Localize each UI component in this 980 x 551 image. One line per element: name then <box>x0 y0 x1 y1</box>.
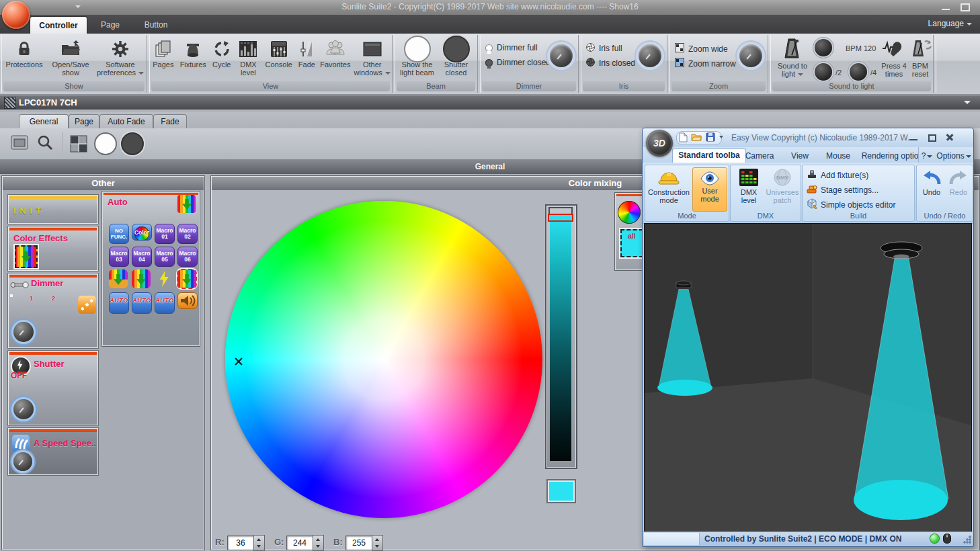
zoom-knob[interactable] <box>739 44 762 67</box>
tab-auto-fade[interactable]: Auto Fade <box>99 114 153 128</box>
minimize-button[interactable] <box>940 3 952 11</box>
zoom-search-button[interactable] <box>36 134 54 155</box>
r-stepper[interactable] <box>253 535 265 551</box>
qat-overflow-arrow[interactable] <box>719 136 723 138</box>
b-stepper[interactable] <box>372 535 383 551</box>
app-logo-orb[interactable] <box>2 1 30 29</box>
auto-auto3-button[interactable]: AUTO <box>155 292 175 314</box>
init-button[interactable]: I N I T <box>7 194 99 224</box>
shutter-section[interactable]: Shutter OFF <box>7 350 99 426</box>
color-wheel-cursor[interactable] <box>235 357 243 366</box>
auto-auto2-button[interactable]: AUTO <box>132 292 152 314</box>
software-preferences-button[interactable]: Software preferences <box>94 36 147 77</box>
auto-macro06-button[interactable]: Macro 06 <box>177 247 198 267</box>
beam-open-toggle[interactable] <box>94 132 117 155</box>
resize-grip[interactable] <box>963 536 971 544</box>
easy-view-minimize-button[interactable] <box>907 132 920 142</box>
zoom-narrow-button[interactable]: Zoom narrow <box>675 58 736 69</box>
easy-view-close-button[interactable] <box>943 132 956 142</box>
auto-macro01-button[interactable]: Macro 01 <box>155 224 175 244</box>
auto-macro05-button[interactable]: Macro 05 <box>155 247 175 267</box>
brightness-slider[interactable] <box>545 204 577 469</box>
new-document-icon[interactable] <box>679 132 688 145</box>
auto-macro02-button[interactable]: Macro 02 <box>177 224 198 244</box>
b-value-input[interactable]: 255 <box>345 536 372 550</box>
show-light-beam-button[interactable]: Show the light beam <box>397 36 438 77</box>
dimmer-section-knob[interactable] <box>13 322 34 342</box>
auto-macro03-button[interactable]: Macro 03 <box>109 247 129 267</box>
dmx-level-button[interactable]: DMX level <box>235 36 263 77</box>
shutter-closed-button[interactable]: Shutter closed <box>438 36 475 77</box>
tab-general[interactable]: General <box>19 114 69 128</box>
sound-to-light-button[interactable]: Sound to light <box>772 62 813 78</box>
slider-thumb[interactable] <box>548 214 573 222</box>
color-effects-icon[interactable] <box>15 245 38 268</box>
dimmer-preset-curve[interactable] <box>78 296 96 314</box>
simple-objects-editor-button[interactable]: Simple objects editor <box>807 198 895 211</box>
other-windows-button[interactable]: Other windows <box>352 36 392 77</box>
console-button[interactable]: Console <box>262 36 295 77</box>
auto-fade-rainbow-button[interactable] <box>109 269 128 288</box>
restore-button[interactable] <box>958 3 971 11</box>
device-window-bar[interactable]: LPC017N 7CH <box>0 95 980 110</box>
tab-fade[interactable]: Fade <box>153 114 187 128</box>
tab-controller[interactable]: Controller <box>30 16 87 34</box>
dimmer-section[interactable]: Dimmer 1 2 <box>7 273 99 349</box>
add-fixtures-button[interactable]: Add fixture(s) <box>807 169 868 181</box>
g-stepper[interactable] <box>313 535 324 551</box>
open-folder-icon[interactable] <box>691 132 702 144</box>
speed-knob[interactable] <box>13 452 32 471</box>
auto-color-button[interactable]: Color <box>132 224 152 241</box>
color-wheel[interactable] <box>225 201 542 518</box>
language-menu[interactable]: Language <box>928 19 972 28</box>
iris-closed-button[interactable]: Iris closed <box>586 58 635 69</box>
zoom-wide-button[interactable]: Zoom wide <box>675 43 728 54</box>
window-view-button[interactable] <box>11 135 28 153</box>
auto-no-func-button[interactable]: NO FUNC. <box>109 224 129 244</box>
mouse-status-icon[interactable] <box>942 533 952 547</box>
bpm-button[interactable] <box>815 39 832 56</box>
user-mode-button[interactable]: User mode <box>692 167 727 212</box>
tab-page[interactable]: Page <box>91 16 129 34</box>
ev-tab-options[interactable]: Options <box>936 150 972 163</box>
palette-all-swatch[interactable]: all <box>620 229 643 257</box>
bpm-div2-button[interactable] <box>815 63 832 81</box>
stage-settings-button[interactable]: Stage settings... <box>807 183 879 196</box>
ev-tab-rendering-options[interactable]: Rendering optio <box>860 150 920 163</box>
ev-dmx-level-button[interactable]: DMX level <box>733 168 764 204</box>
collapse-arrow-icon[interactable] <box>964 101 971 104</box>
ev-tab-view[interactable]: View <box>785 150 815 163</box>
ev-tab-mouse[interactable]: Mouse <box>820 150 856 163</box>
beam-closed-toggle[interactable] <box>121 132 144 155</box>
fixtures-button[interactable]: Fixtures <box>177 36 209 77</box>
quick-access-arrow-icon[interactable] <box>75 5 81 8</box>
tab-button[interactable]: Button <box>134 16 177 34</box>
easy-view-restore-button[interactable] <box>925 132 938 142</box>
fade-button[interactable]: Fade <box>295 36 318 77</box>
favorites-button[interactable]: Favorites <box>318 36 352 77</box>
auto-rainbow-selected-button[interactable] <box>177 269 196 288</box>
open-save-show-button[interactable]: Open/Save show <box>47 36 94 77</box>
auto-macro04-button[interactable]: Macro 04 <box>132 247 152 267</box>
undo-button[interactable]: Undo <box>918 169 945 196</box>
auto-rainbow-icon[interactable] <box>177 195 196 213</box>
iris-full-button[interactable]: Iris full <box>586 43 622 54</box>
auto-rainbow2-button[interactable] <box>132 269 151 288</box>
dimmer-knob[interactable] <box>550 44 573 67</box>
auto-auto1-button[interactable]: AUTO <box>109 292 129 314</box>
auto-sound-button[interactable] <box>177 292 198 309</box>
ev-tab-help[interactable]: ? <box>920 150 934 163</box>
g-value-input[interactable]: 244 <box>286 536 313 550</box>
dimmer-full-button[interactable]: Dimmer full <box>485 43 538 52</box>
dimmer-closed-button[interactable]: Dimmer closed <box>485 58 550 67</box>
save-icon[interactable] <box>706 132 715 144</box>
stage-3d-viewport[interactable] <box>644 223 972 534</box>
slider-track[interactable] <box>550 215 571 461</box>
redo-button[interactable]: Redo <box>946 169 971 196</box>
bpm-div4-button[interactable] <box>850 63 867 81</box>
construction-mode-button[interactable]: Construction mode <box>648 168 690 204</box>
shutter-section-knob[interactable] <box>13 399 34 419</box>
auto-flash-button[interactable] <box>155 269 173 288</box>
ev-tab-camera[interactable]: Camera <box>741 150 778 163</box>
protections-button[interactable]: Protections <box>1 36 47 77</box>
